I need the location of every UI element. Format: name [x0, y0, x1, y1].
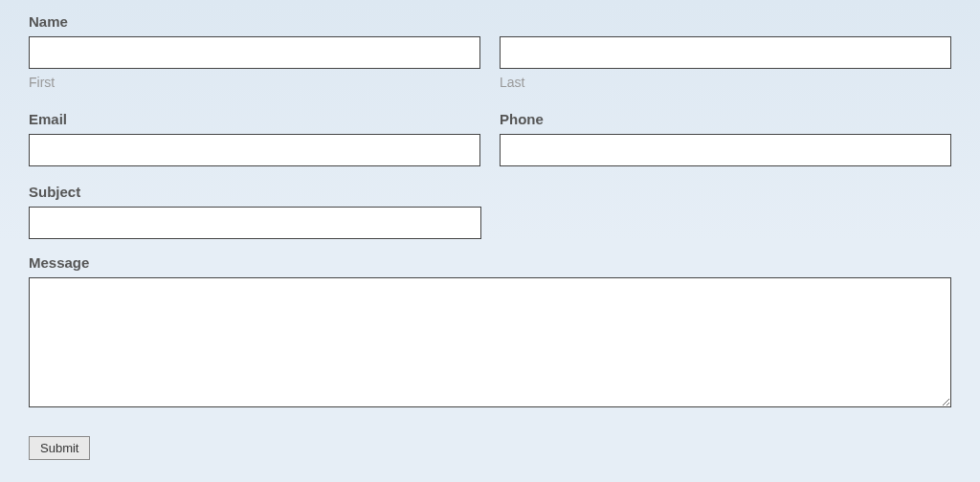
subject-section: Subject: [29, 182, 951, 239]
name-label: Name: [29, 13, 951, 30]
submit-button[interactable]: Submit: [29, 436, 90, 460]
first-name-input[interactable]: [29, 36, 480, 69]
subject-input[interactable]: [29, 207, 481, 239]
message-label: Message: [29, 254, 951, 271]
name-section: Name First Last: [29, 13, 951, 90]
subject-col: Subject: [29, 182, 481, 239]
email-phone-section: Email Phone: [29, 109, 951, 166]
phone-label: Phone: [500, 111, 951, 127]
email-label: Email: [29, 111, 480, 127]
first-name-sublabel: First: [29, 75, 480, 90]
phone-col: Phone: [500, 109, 951, 166]
message-textarea[interactable]: [29, 277, 951, 407]
first-name-col: First: [29, 36, 480, 90]
last-name-sublabel: Last: [500, 75, 951, 90]
contact-form: Name First Last Email Phone: [29, 13, 951, 460]
last-name-input[interactable]: [500, 36, 951, 69]
email-phone-row: Email Phone: [29, 109, 951, 166]
message-section: Message: [29, 254, 951, 411]
email-input[interactable]: [29, 134, 480, 166]
last-name-col: Last: [500, 36, 951, 90]
name-row: First Last: [29, 36, 951, 90]
subject-label: Subject: [29, 184, 481, 200]
phone-input[interactable]: [500, 134, 951, 166]
email-col: Email: [29, 109, 480, 166]
